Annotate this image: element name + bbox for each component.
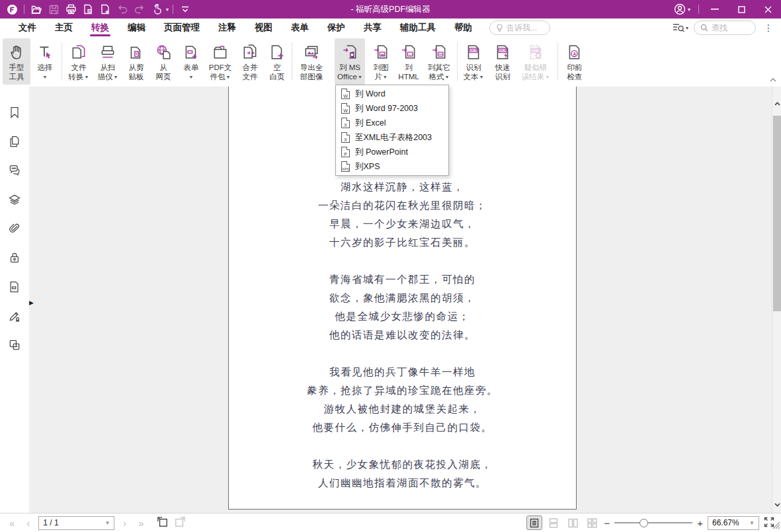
file-convert-button[interactable]: 文件 转换▼: [64, 38, 93, 85]
previous-page-button[interactable]: ‹: [21, 518, 36, 528]
to-html-button[interactable]: </> 到 HTML: [395, 38, 423, 85]
dropdown-caret-icon: ▼: [43, 73, 48, 82]
tab-share[interactable]: 共享: [354, 19, 391, 37]
collapse-ribbon-button[interactable]: [769, 73, 777, 85]
customize-toolbar-icon[interactable]: [177, 2, 193, 17]
first-page-button[interactable]: «: [0, 518, 21, 528]
tab-organize[interactable]: 页面管理: [155, 19, 209, 37]
scroll-up-icon[interactable]: [772, 98, 781, 109]
continuous-view-button[interactable]: [546, 516, 561, 529]
form-button[interactable]: 表单 ▼: [177, 38, 205, 85]
menubar: 文件 主页 转换 编辑 页面管理 注释 视图 表单 保护 共享 辅助工具 帮助 …: [0, 19, 781, 37]
menu-item-to-xml-spreadsheet[interactable]: X至XML电子表格2003: [336, 130, 448, 145]
panel-expand-handle[interactable]: ▶: [29, 297, 36, 309]
export-all-images-button[interactable]: 导出全 部图像: [294, 38, 329, 85]
tab-convert[interactable]: 转换: [82, 19, 118, 37]
comments-icon[interactable]: [7, 163, 22, 178]
close-button[interactable]: [755, 0, 781, 19]
combobox-caret-icon: ▼: [749, 520, 755, 526]
last-page-button[interactable]: »: [132, 518, 149, 528]
search-filter-button[interactable]: ▾: [673, 23, 688, 32]
pages-icon[interactable]: [7, 134, 22, 149]
open-folder-icon[interactable]: [28, 2, 44, 17]
maximize-button[interactable]: [728, 0, 755, 19]
zoom-slider[interactable]: [614, 516, 692, 529]
powerpoint-file-icon: P: [341, 147, 350, 157]
menu-item-to-powerpoint[interactable]: P到 PowerPoint: [336, 145, 448, 159]
navigation-panel-bar: [0, 87, 29, 513]
single-page-view-button[interactable]: [527, 516, 542, 529]
hand-tool-button[interactable]: 手型 工具: [3, 38, 30, 85]
statusbar: « ‹ 1 / 1 ▼ › » − + 66.67% ▼: [0, 513, 781, 532]
bookmark-icon[interactable]: [7, 105, 22, 120]
minimize-button[interactable]: [702, 0, 728, 19]
facing-view-button[interactable]: [565, 516, 580, 529]
destinations-icon[interactable]: [7, 280, 22, 294]
menu-item-to-word[interactable]: W到 Word: [336, 87, 448, 101]
to-image-button[interactable]: 到图 片▼: [368, 38, 394, 85]
vertical-scrollbar[interactable]: [772, 87, 781, 513]
scroll-down-icon[interactable]: [772, 500, 781, 510]
account-menu[interactable]: ▾: [669, 3, 696, 15]
find-input[interactable]: 查找: [694, 20, 756, 35]
tell-me-input[interactable]: 告诉我...: [489, 20, 550, 35]
zoom-slider-knob[interactable]: [639, 519, 648, 527]
preflight-button[interactable]: A 印前 检查: [560, 38, 589, 85]
blank-page-button[interactable]: 空 白页: [264, 38, 290, 85]
word-file-icon: W: [341, 103, 350, 114]
tab-protect[interactable]: 保护: [318, 19, 354, 37]
export-page-icon[interactable]: [80, 2, 96, 17]
select-tool-button[interactable]: 选择 ▼: [31, 38, 59, 85]
tab-accessibility[interactable]: 辅助工具: [391, 19, 445, 37]
tab-edit[interactable]: 编辑: [118, 19, 155, 37]
tab-view[interactable]: 视图: [245, 19, 282, 37]
tab-home[interactable]: 主页: [46, 19, 82, 37]
hand-icon: [8, 42, 25, 63]
security-icon[interactable]: [7, 250, 22, 265]
attachments-icon[interactable]: [7, 221, 22, 236]
more-options-icon[interactable]: ⋮: [761, 22, 776, 33]
select-cursor-icon: [36, 42, 54, 63]
facing-continuous-view-button[interactable]: [585, 516, 599, 529]
layers-icon[interactable]: [7, 192, 22, 207]
to-other-formats-button[interactable]: 到其它 格式▼: [423, 38, 455, 85]
titlebar-divider: [698, 5, 699, 14]
print-icon[interactable]: [63, 2, 79, 17]
fields-icon[interactable]: [7, 338, 22, 352]
combine-files-button[interactable]: 合并 文件: [236, 38, 264, 85]
to-ms-office-button[interactable]: 到 MS Office▼: [335, 38, 365, 85]
next-view-button[interactable]: [174, 517, 186, 529]
ocr-suspects-button: OCR 疑似错 误结果▼: [518, 38, 554, 85]
form-page-icon: [183, 42, 200, 63]
app-window: ▾ - 福昕高级PDF编辑器 ▾ 文件 主页 转换 编辑 页面管理 注释 视图 …: [0, 0, 781, 532]
tab-comment[interactable]: 注释: [209, 19, 245, 37]
from-clipboard-button[interactable]: 从剪 贴板: [122, 38, 150, 85]
quick-ocr-button[interactable]: OCR 快速 识别: [489, 38, 516, 85]
resize-grip[interactable]: [770, 519, 780, 531]
previous-view-button[interactable]: [157, 517, 169, 529]
menu-item-to-word97[interactable]: W到 Word 97-2003: [336, 101, 448, 116]
file-convert-icon: [70, 42, 87, 63]
from-scanner-button[interactable]: 从扫 描仪▼: [93, 38, 122, 85]
undo-icon[interactable]: [114, 2, 130, 17]
scrollbar-thumb[interactable]: [773, 116, 781, 311]
menu-item-to-excel[interactable]: X到 Excel: [336, 116, 448, 130]
pdf-portfolio-button[interactable]: PDF文 件包▼: [205, 38, 235, 85]
save-icon[interactable]: [46, 2, 62, 17]
zoom-in-button[interactable]: +: [697, 518, 703, 528]
new-page-icon[interactable]: [97, 2, 113, 17]
signature-icon[interactable]: [7, 309, 22, 323]
redo-icon[interactable]: [132, 2, 147, 17]
zoom-level-combobox[interactable]: 66.67% ▼: [708, 516, 759, 530]
from-web-button[interactable]: 从 网页: [150, 38, 177, 85]
tab-form[interactable]: 表单: [282, 19, 318, 37]
touch-mode-icon[interactable]: [149, 2, 165, 17]
touch-mode-caret[interactable]: ▾: [166, 7, 169, 13]
menu-item-to-xps[interactable]: XPS到XPS: [336, 159, 448, 174]
tab-help[interactable]: 帮助: [445, 19, 481, 37]
page-number-combobox[interactable]: 1 / 1 ▼: [38, 516, 114, 530]
zoom-out-button[interactable]: −: [604, 518, 610, 528]
next-page-button[interactable]: ›: [117, 518, 132, 528]
ocr-recognize-text-button[interactable]: OCR 识别 文本▼: [460, 38, 487, 85]
tab-file[interactable]: 文件: [9, 19, 46, 37]
